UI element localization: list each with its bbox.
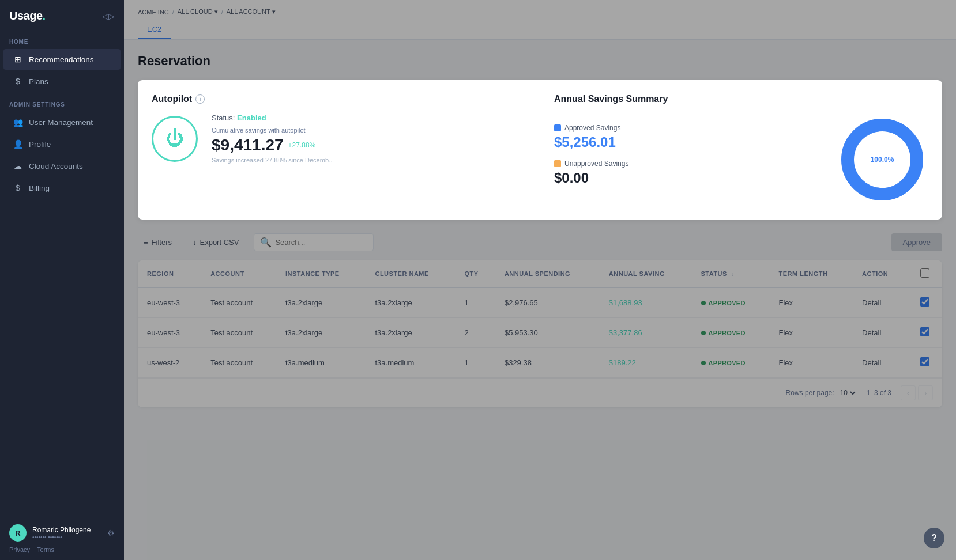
breadcrumb-org[interactable]: ACME INC bbox=[138, 9, 169, 16]
cell-qty: 2 bbox=[456, 318, 495, 348]
col-qty: QTY bbox=[456, 260, 495, 287]
cell-instance-type: t3a.2xlarge bbox=[276, 287, 366, 318]
cell-qty: 1 bbox=[456, 287, 495, 318]
row-checkbox[interactable] bbox=[920, 297, 929, 307]
sidebar-item-billing[interactable]: $ Billing bbox=[3, 177, 121, 198]
breadcrumb-account[interactable]: ALL ACCOUNT ▾ bbox=[227, 8, 276, 16]
table-row: eu-west-3 Test account t3a.2xlarge t3a.2… bbox=[138, 287, 942, 318]
settings-icon[interactable]: ⚙ bbox=[107, 528, 115, 538]
reservations-table: REGION ACCOUNT INSTANCE TYPE CLUSTER NAM… bbox=[138, 260, 942, 378]
page-content: Reservation Autopilot i ⏻ Status: Enable… bbox=[124, 40, 956, 560]
cell-status: APPROVED bbox=[692, 348, 770, 378]
col-cluster-name: CLUSTER NAME bbox=[366, 260, 455, 287]
cell-action[interactable]: Detail bbox=[853, 318, 908, 348]
cards-row: Autopilot i ⏻ Status: Enabled Cumulative… bbox=[138, 80, 942, 220]
sidebar-item-plans[interactable]: $ Plans bbox=[3, 71, 121, 92]
filters-button[interactable]: ≡ Filters bbox=[138, 234, 178, 250]
sidebar-item-profile[interactable]: 👤 Profile bbox=[3, 134, 121, 154]
avatar: R bbox=[9, 524, 27, 542]
cell-status: APPROVED bbox=[692, 287, 770, 318]
power-button[interactable]: ⏻ bbox=[152, 116, 198, 162]
col-term-length: TERM LENGTH bbox=[769, 260, 853, 287]
col-status[interactable]: STATUS ↓ bbox=[692, 260, 770, 287]
cumulative-label: Cumulative savings with autopilot bbox=[212, 127, 334, 134]
cell-cluster-name: t3a.2xlarge bbox=[366, 318, 455, 348]
table-row: us-west-2 Test account t3a.medium t3a.me… bbox=[138, 348, 942, 378]
cell-cluster-name: t3a.medium bbox=[366, 348, 455, 378]
section-home-label: HOME bbox=[0, 29, 124, 48]
cell-term-length: Flex bbox=[769, 318, 853, 348]
tab-ec2[interactable]: EC2 bbox=[138, 20, 171, 39]
cell-checkbox[interactable] bbox=[908, 318, 942, 348]
annual-savings-title: Annual Savings Summary bbox=[554, 94, 928, 104]
breadcrumb: ACME INC / ALL CLOUD ▾ / ALL ACCOUNT ▾ bbox=[138, 0, 942, 16]
col-account: ACCOUNT bbox=[201, 260, 276, 287]
status-dot bbox=[701, 301, 706, 305]
table-container: REGION ACCOUNT INSTANCE TYPE CLUSTER NAM… bbox=[138, 260, 942, 407]
cell-instance-type: t3a.medium bbox=[276, 348, 366, 378]
status-dot bbox=[701, 331, 706, 335]
col-action: ACTION bbox=[853, 260, 908, 287]
cell-checkbox[interactable] bbox=[908, 287, 942, 318]
cell-annual-spending: $329.38 bbox=[495, 348, 600, 378]
approve-button[interactable]: Approve bbox=[891, 233, 942, 251]
rows-per-page-select[interactable]: 10 25 50 bbox=[838, 388, 857, 398]
approved-dot bbox=[554, 124, 561, 131]
sidebar-item-recommendations[interactable]: ⊞ Recommendations bbox=[3, 49, 121, 70]
annual-card-body: Approved Savings $5,256.01 Unapproved Sa… bbox=[554, 113, 928, 206]
select-all-checkbox[interactable] bbox=[920, 268, 929, 278]
savings-amount: $9,411.27 +27.88% bbox=[212, 136, 334, 154]
unapproved-dot bbox=[554, 160, 561, 167]
cell-checkbox[interactable] bbox=[908, 348, 942, 378]
info-icon[interactable]: i bbox=[195, 94, 205, 104]
savings-badge: +27.88% bbox=[288, 141, 316, 149]
cloud-icon: ☁ bbox=[13, 161, 23, 171]
col-select-all[interactable] bbox=[908, 260, 942, 287]
cell-annual-saving: $1,688.93 bbox=[600, 287, 692, 318]
billing-icon: $ bbox=[13, 183, 23, 192]
sidebar-item-user-management[interactable]: 👥 User Management bbox=[3, 112, 121, 133]
page-title: Reservation bbox=[138, 54, 942, 69]
prev-page-button[interactable]: ‹ bbox=[901, 385, 916, 400]
autopilot-title: Autopilot i bbox=[152, 94, 526, 104]
col-annual-saving: ANNUAL SAVING bbox=[600, 260, 692, 287]
row-checkbox[interactable] bbox=[920, 357, 929, 366]
unapproved-amount: $0.00 bbox=[554, 170, 818, 186]
sidebar-item-label: Profile bbox=[29, 140, 51, 149]
col-region: REGION bbox=[138, 260, 201, 287]
dollar-icon: $ bbox=[13, 77, 23, 86]
cell-region: eu-west-3 bbox=[138, 318, 201, 348]
user-area: R Romaric Philogene ••••••• ••••••• ⚙ bbox=[9, 524, 115, 542]
terms-link[interactable]: Terms bbox=[37, 546, 54, 553]
status-line: Status: Enabled bbox=[212, 113, 334, 122]
sidebar-item-label: Plans bbox=[29, 77, 48, 86]
sidebar-item-label: User Management bbox=[29, 118, 93, 127]
row-checkbox[interactable] bbox=[920, 327, 929, 336]
filter-icon: ≡ bbox=[144, 238, 148, 247]
cell-status: APPROVED bbox=[692, 318, 770, 348]
savings-note: Savings increased 27.88% since Decemb... bbox=[212, 157, 334, 164]
next-page-button[interactable]: › bbox=[918, 385, 933, 400]
cell-action[interactable]: Detail bbox=[853, 348, 908, 378]
unapproved-legend-item: Unapproved Savings $0.00 bbox=[554, 160, 818, 186]
breadcrumb-cloud[interactable]: ALL CLOUD ▾ bbox=[178, 8, 218, 16]
status-value: Enabled bbox=[237, 113, 266, 122]
cell-annual-spending: $5,953.30 bbox=[495, 318, 600, 348]
rows-per-page-label: Rows per page: bbox=[786, 389, 834, 397]
grid-icon: ⊞ bbox=[13, 55, 23, 64]
sidebar-item-label: Cloud Accounts bbox=[29, 162, 83, 171]
cell-action[interactable]: Detail bbox=[853, 287, 908, 318]
privacy-link[interactable]: Privacy bbox=[9, 546, 30, 553]
search-box: 🔍 bbox=[254, 233, 374, 251]
status-badge: APPROVED bbox=[701, 330, 746, 336]
sidebar-item-cloud-accounts[interactable]: ☁ Cloud Accounts bbox=[3, 156, 121, 176]
status-badge: APPROVED bbox=[701, 360, 746, 366]
sidebar-toggle[interactable]: ◁▷ bbox=[102, 12, 115, 21]
help-button[interactable]: ? bbox=[924, 528, 944, 548]
logo: Usage. bbox=[9, 9, 46, 22]
user-info: Romaric Philogene ••••••• ••••••• bbox=[32, 526, 101, 540]
tabs: EC2 bbox=[138, 20, 942, 39]
search-input[interactable] bbox=[275, 238, 367, 247]
export-csv-button[interactable]: ↓ Export CSV bbox=[187, 234, 244, 250]
cell-region: us-west-2 bbox=[138, 348, 201, 378]
